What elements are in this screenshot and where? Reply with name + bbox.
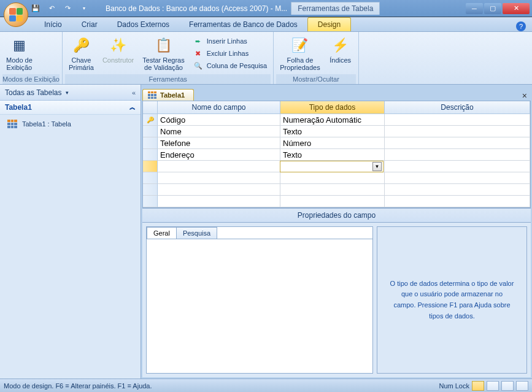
validate-icon: 📋 bbox=[154, 36, 174, 55]
cell-desc[interactable] bbox=[385, 137, 530, 149]
cell-nome[interactable] bbox=[158, 172, 280, 184]
doc-tab-tabela1[interactable]: Tabela1 bbox=[142, 89, 194, 101]
row-selector[interactable] bbox=[143, 184, 158, 196]
doc-close-button[interactable]: × bbox=[519, 91, 531, 101]
navigation-pane: Todas as Tabelas ▾ « Tabela1 ︽ Tabela1 :… bbox=[0, 85, 141, 379]
document-area: Tabela1 × Nome do campo Tipo de dados De… bbox=[141, 85, 532, 379]
nav-item-tabela1[interactable]: Tabela1 : Tabela bbox=[5, 117, 136, 131]
group-label-mostrar: Mostrar/Ocultar bbox=[276, 74, 355, 84]
construtor-button[interactable]: ✨ Construtor bbox=[99, 33, 137, 66]
grid-row-empty bbox=[143, 184, 530, 196]
cell-tipo-dropdown[interactable]: ▼ bbox=[280, 161, 385, 172]
close-button[interactable]: ✕ bbox=[503, 3, 530, 14]
cell-tipo[interactable]: Numeração Automátic bbox=[280, 114, 385, 126]
tab-inicio[interactable]: Início bbox=[34, 18, 72, 31]
cell-desc[interactable] bbox=[385, 196, 530, 207]
cell-tipo[interactable]: Texto bbox=[280, 126, 385, 137]
status-text: Modo de design. F6 = Alterar painéis. F1… bbox=[4, 382, 152, 390]
view-pivotchart-button[interactable] bbox=[516, 381, 528, 391]
ribbon-tabs: Início Criar Dados Externos Ferramentas … bbox=[0, 17, 532, 32]
row-selector[interactable] bbox=[143, 149, 158, 161]
maximize-button[interactable]: ▢ bbox=[484, 3, 501, 14]
col-header-tipo[interactable]: Tipo de dados bbox=[280, 101, 385, 114]
cell-tipo[interactable] bbox=[280, 196, 385, 207]
tab-dados-externos[interactable]: Dados Externos bbox=[107, 18, 179, 31]
nav-header[interactable]: Todas as Tabelas ▾ « bbox=[0, 85, 141, 101]
grid-row: TelefoneNúmero bbox=[143, 137, 530, 149]
datasheet-icon: ▦ bbox=[9, 36, 29, 55]
cell-tipo[interactable] bbox=[280, 172, 385, 184]
testar-regras-button[interactable]: 📋 Testar Regras de Validação bbox=[139, 33, 188, 74]
title-bar: 💾 ↶ ↷ Banco de Dados : Banco de dados (A… bbox=[0, 0, 532, 17]
field-props-help: O tipo de dados determina o tipo de valo… bbox=[377, 226, 527, 374]
dropdown-arrow-icon[interactable]: ▼ bbox=[372, 162, 382, 171]
tab-criar[interactable]: Criar bbox=[72, 18, 107, 31]
cell-nome[interactable]: Nome bbox=[158, 126, 280, 137]
fp-tab-pesquisa[interactable]: Pesquisa bbox=[176, 227, 217, 239]
chevron-down-icon: ▾ bbox=[66, 90, 69, 96]
nav-collapse-button[interactable]: « bbox=[132, 89, 136, 96]
cell-nome[interactable] bbox=[158, 184, 280, 196]
coluna-pesquisa-button[interactable]: 🔍 Coluna de Pesquisa bbox=[190, 60, 271, 71]
help-button[interactable]: ? bbox=[516, 21, 526, 31]
row-selector-header[interactable] bbox=[143, 101, 158, 114]
row-selector[interactable] bbox=[143, 161, 158, 172]
qat-customize-icon[interactable] bbox=[79, 4, 88, 13]
row-selector[interactable] bbox=[143, 172, 158, 184]
grid-row: 🔑CódigoNumeração Automátic bbox=[143, 114, 530, 126]
save-icon[interactable]: 💾 bbox=[31, 4, 40, 13]
row-selector[interactable] bbox=[143, 137, 158, 149]
row-selector[interactable] bbox=[143, 196, 158, 207]
cell-tipo[interactable] bbox=[280, 184, 385, 196]
cell-desc[interactable] bbox=[385, 184, 530, 196]
field-props-header: Propriedades do campo bbox=[142, 208, 531, 222]
builder-icon: ✨ bbox=[109, 36, 128, 55]
chave-primaria-button[interactable]: 🔑 Chave Primária bbox=[65, 33, 98, 74]
contextual-tab-title: Ferramentas de Tabela bbox=[291, 2, 380, 15]
view-pivottable-button[interactable] bbox=[501, 381, 514, 391]
inserir-linhas-button[interactable]: ➨ Inserir Linhas bbox=[190, 36, 271, 47]
excluir-linhas-button[interactable]: ✖ Excluir Linhas bbox=[190, 48, 271, 59]
field-props-body[interactable] bbox=[147, 239, 372, 373]
ribbon: ▦ Modo de Exibição Modos de Exibição 🔑 C… bbox=[0, 32, 532, 85]
cell-nome[interactable]: Telefone bbox=[158, 137, 280, 149]
undo-icon[interactable]: ↶ bbox=[47, 4, 56, 13]
grid-row-empty bbox=[143, 172, 530, 184]
cell-desc[interactable] bbox=[385, 172, 530, 184]
col-header-nome[interactable]: Nome do campo bbox=[158, 101, 280, 114]
numlock-indicator: Num Lock bbox=[439, 382, 469, 390]
cell-desc[interactable] bbox=[385, 161, 530, 172]
lookup-column-icon: 🔍 bbox=[193, 61, 203, 71]
cell-nome[interactable] bbox=[158, 161, 280, 172]
tab-ferramentas-bd[interactable]: Ferramentas de Banco de Dados bbox=[179, 18, 307, 31]
cell-nome[interactable]: Código bbox=[158, 114, 280, 126]
property-sheet-icon: 📝 bbox=[290, 36, 310, 55]
view-design-button[interactable] bbox=[472, 381, 484, 391]
indices-button[interactable]: ⚡ Índices bbox=[325, 33, 356, 66]
group-label-modos: Modos de Exibição bbox=[2, 74, 60, 84]
redo-icon[interactable]: ↷ bbox=[63, 4, 72, 13]
fp-tab-geral[interactable]: Geral bbox=[147, 227, 177, 239]
col-header-desc[interactable]: Descrição bbox=[385, 101, 530, 114]
cell-nome[interactable]: Endereço bbox=[158, 149, 280, 161]
delete-row-icon: ✖ bbox=[193, 48, 203, 58]
cell-desc[interactable] bbox=[385, 149, 530, 161]
key-icon: 🔑 bbox=[71, 36, 91, 55]
office-button[interactable] bbox=[4, 2, 28, 27]
cell-tipo[interactable]: Número bbox=[280, 137, 385, 149]
cell-nome[interactable] bbox=[158, 196, 280, 207]
modo-exibicao-button[interactable]: ▦ Modo de Exibição bbox=[2, 33, 36, 74]
grid-row-active: ▼ bbox=[143, 161, 530, 172]
row-selector[interactable] bbox=[143, 126, 158, 137]
nav-group-header[interactable]: Tabela1 ︽ bbox=[0, 101, 141, 115]
view-datasheet-button[interactable] bbox=[487, 381, 499, 391]
minimize-button[interactable]: ─ bbox=[466, 3, 483, 14]
cell-desc[interactable] bbox=[385, 114, 530, 126]
table-icon bbox=[7, 120, 17, 128]
row-selector[interactable]: 🔑 bbox=[143, 114, 158, 126]
folha-propriedades-button[interactable]: 📝 Folha de Propriedades bbox=[276, 33, 323, 74]
indexes-icon: ⚡ bbox=[331, 36, 350, 55]
cell-tipo[interactable]: Texto bbox=[280, 149, 385, 161]
cell-desc[interactable] bbox=[385, 126, 530, 137]
tab-design[interactable]: Design bbox=[307, 17, 351, 31]
